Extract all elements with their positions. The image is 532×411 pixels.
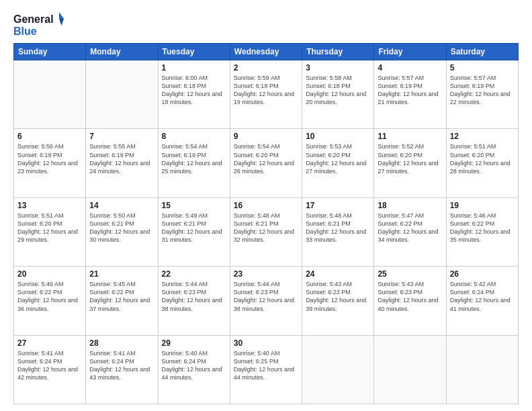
day-number: 19	[450, 201, 515, 210]
day-number: 8	[162, 132, 226, 141]
calendar-cell: 16Sunrise: 5:48 AM Sunset: 6:21 PM Dayli…	[230, 197, 302, 266]
calendar-cell: 10Sunrise: 5:53 AM Sunset: 6:20 PM Dayli…	[302, 129, 374, 197]
calendar-cell: 27Sunrise: 5:41 AM Sunset: 6:24 PM Dayli…	[14, 335, 86, 404]
day-number: 3	[306, 63, 370, 73]
day-number: 4	[378, 63, 442, 73]
calendar-header-thursday: Thursday	[302, 44, 374, 60]
calendar-cell: 4Sunrise: 5:57 AM Sunset: 6:19 PM Daylig…	[374, 60, 446, 129]
calendar-week-row: 27Sunrise: 5:41 AM Sunset: 6:24 PM Dayli…	[14, 335, 519, 404]
day-number: 26	[450, 269, 515, 279]
logo-svg: GeneralBlue	[13, 11, 64, 38]
calendar-header-tuesday: Tuesday	[158, 44, 230, 60]
day-info: Sunrise: 5:57 AM Sunset: 6:19 PM Dayligh…	[450, 74, 515, 107]
day-info: Sunrise: 5:51 AM Sunset: 6:20 PM Dayligh…	[450, 142, 515, 175]
calendar-cell: 30Sunrise: 5:40 AM Sunset: 6:25 PM Dayli…	[230, 335, 302, 404]
day-info: Sunrise: 5:40 AM Sunset: 6:25 PM Dayligh…	[234, 349, 298, 382]
day-info: Sunrise: 5:49 AM Sunset: 6:21 PM Dayligh…	[162, 212, 226, 244]
calendar-cell: 23Sunrise: 5:44 AM Sunset: 6:23 PM Dayli…	[230, 267, 302, 335]
day-info: Sunrise: 5:53 AM Sunset: 6:20 PM Dayligh…	[306, 142, 370, 175]
day-info: Sunrise: 5:51 AM Sunset: 6:20 PM Dayligh…	[17, 212, 82, 244]
header: GeneralBlue	[13, 11, 519, 38]
day-info: Sunrise: 5:59 AM Sunset: 6:18 PM Dayligh…	[234, 74, 298, 107]
calendar-cell	[302, 335, 374, 404]
calendar-cell: 15Sunrise: 5:49 AM Sunset: 6:21 PM Dayli…	[158, 197, 230, 266]
calendar-week-row: 6Sunrise: 5:56 AM Sunset: 6:19 PM Daylig…	[14, 129, 519, 197]
day-number: 10	[306, 132, 370, 141]
day-info: Sunrise: 5:54 AM Sunset: 6:20 PM Dayligh…	[234, 142, 298, 175]
calendar-cell: 13Sunrise: 5:51 AM Sunset: 6:20 PM Dayli…	[14, 197, 86, 266]
calendar-header-sunday: Sunday	[14, 44, 86, 60]
day-number: 11	[378, 132, 442, 141]
day-info: Sunrise: 5:52 AM Sunset: 6:20 PM Dayligh…	[378, 142, 442, 175]
day-number: 21	[89, 269, 154, 279]
calendar-cell	[14, 60, 86, 129]
calendar-week-row: 20Sunrise: 5:46 AM Sunset: 6:22 PM Dayli…	[14, 267, 519, 335]
calendar-header-row: SundayMondayTuesdayWednesdayThursdayFrid…	[14, 44, 519, 60]
calendar-cell: 29Sunrise: 5:40 AM Sunset: 6:24 PM Dayli…	[158, 335, 230, 404]
day-info: Sunrise: 6:00 AM Sunset: 6:18 PM Dayligh…	[162, 74, 226, 107]
day-number: 28	[89, 338, 154, 348]
svg-text:Blue: Blue	[13, 26, 37, 37]
calendar-cell: 17Sunrise: 5:48 AM Sunset: 6:21 PM Dayli…	[302, 197, 374, 266]
day-number: 17	[306, 201, 370, 210]
day-info: Sunrise: 5:58 AM Sunset: 6:18 PM Dayligh…	[306, 74, 370, 107]
calendar-cell: 19Sunrise: 5:46 AM Sunset: 6:22 PM Dayli…	[446, 197, 518, 266]
calendar-cell: 1Sunrise: 6:00 AM Sunset: 6:18 PM Daylig…	[158, 60, 230, 129]
calendar-table: SundayMondayTuesdayWednesdayThursdayFrid…	[13, 43, 519, 404]
calendar-cell: 12Sunrise: 5:51 AM Sunset: 6:20 PM Dayli…	[446, 129, 518, 197]
calendar-cell: 3Sunrise: 5:58 AM Sunset: 6:18 PM Daylig…	[302, 60, 374, 129]
day-info: Sunrise: 5:46 AM Sunset: 6:22 PM Dayligh…	[17, 280, 82, 313]
day-number: 23	[234, 269, 298, 279]
day-number: 5	[450, 63, 515, 73]
day-info: Sunrise: 5:40 AM Sunset: 6:24 PM Dayligh…	[162, 349, 226, 382]
svg-text:General: General	[13, 13, 54, 25]
logo: GeneralBlue	[13, 11, 64, 38]
calendar-cell: 5Sunrise: 5:57 AM Sunset: 6:19 PM Daylig…	[446, 60, 518, 129]
calendar-cell: 2Sunrise: 5:59 AM Sunset: 6:18 PM Daylig…	[230, 60, 302, 129]
calendar-cell: 25Sunrise: 5:43 AM Sunset: 6:23 PM Dayli…	[374, 267, 446, 335]
calendar-cell: 20Sunrise: 5:46 AM Sunset: 6:22 PM Dayli…	[14, 267, 86, 335]
calendar-week-row: 1Sunrise: 6:00 AM Sunset: 6:18 PM Daylig…	[14, 60, 519, 129]
calendar-cell	[86, 60, 158, 129]
day-info: Sunrise: 5:55 AM Sunset: 6:19 PM Dayligh…	[89, 142, 154, 175]
day-number: 13	[17, 201, 82, 210]
day-number: 6	[17, 132, 82, 141]
day-number: 2	[234, 63, 298, 73]
day-info: Sunrise: 5:42 AM Sunset: 6:24 PM Dayligh…	[450, 280, 515, 313]
day-number: 24	[306, 269, 370, 279]
day-info: Sunrise: 5:56 AM Sunset: 6:19 PM Dayligh…	[17, 142, 82, 175]
calendar-cell: 8Sunrise: 5:54 AM Sunset: 6:19 PM Daylig…	[158, 129, 230, 197]
day-info: Sunrise: 5:50 AM Sunset: 6:21 PM Dayligh…	[89, 212, 154, 244]
calendar-cell: 21Sunrise: 5:45 AM Sunset: 6:22 PM Dayli…	[86, 267, 158, 335]
day-number: 16	[234, 201, 298, 210]
day-info: Sunrise: 5:44 AM Sunset: 6:23 PM Dayligh…	[162, 280, 226, 313]
calendar-header-saturday: Saturday	[446, 44, 518, 60]
day-info: Sunrise: 5:48 AM Sunset: 6:21 PM Dayligh…	[234, 212, 298, 244]
calendar-cell: 28Sunrise: 5:41 AM Sunset: 6:24 PM Dayli…	[86, 335, 158, 404]
calendar-cell: 11Sunrise: 5:52 AM Sunset: 6:20 PM Dayli…	[374, 129, 446, 197]
day-info: Sunrise: 5:44 AM Sunset: 6:23 PM Dayligh…	[234, 280, 298, 313]
day-number: 18	[378, 201, 442, 210]
day-number: 29	[162, 338, 226, 348]
calendar-cell: 14Sunrise: 5:50 AM Sunset: 6:21 PM Dayli…	[86, 197, 158, 266]
calendar-cell: 22Sunrise: 5:44 AM Sunset: 6:23 PM Dayli…	[158, 267, 230, 335]
day-number: 14	[89, 201, 154, 210]
day-number: 12	[450, 132, 515, 141]
svg-marker-2	[59, 12, 64, 19]
day-number: 25	[378, 269, 442, 279]
day-info: Sunrise: 5:47 AM Sunset: 6:22 PM Dayligh…	[378, 212, 442, 244]
day-number: 7	[89, 132, 154, 141]
day-number: 22	[162, 269, 226, 279]
calendar-cell: 18Sunrise: 5:47 AM Sunset: 6:22 PM Dayli…	[374, 197, 446, 266]
day-info: Sunrise: 5:45 AM Sunset: 6:22 PM Dayligh…	[89, 280, 154, 313]
day-info: Sunrise: 5:48 AM Sunset: 6:21 PM Dayligh…	[306, 212, 370, 244]
calendar-cell: 6Sunrise: 5:56 AM Sunset: 6:19 PM Daylig…	[14, 129, 86, 197]
day-number: 15	[162, 201, 226, 210]
calendar-cell	[446, 335, 518, 404]
day-number: 27	[17, 338, 82, 348]
svg-marker-3	[59, 19, 64, 26]
day-info: Sunrise: 5:41 AM Sunset: 6:24 PM Dayligh…	[89, 349, 154, 382]
day-info: Sunrise: 5:43 AM Sunset: 6:23 PM Dayligh…	[378, 280, 442, 313]
day-number: 9	[234, 132, 298, 141]
day-info: Sunrise: 5:57 AM Sunset: 6:19 PM Dayligh…	[378, 74, 442, 107]
